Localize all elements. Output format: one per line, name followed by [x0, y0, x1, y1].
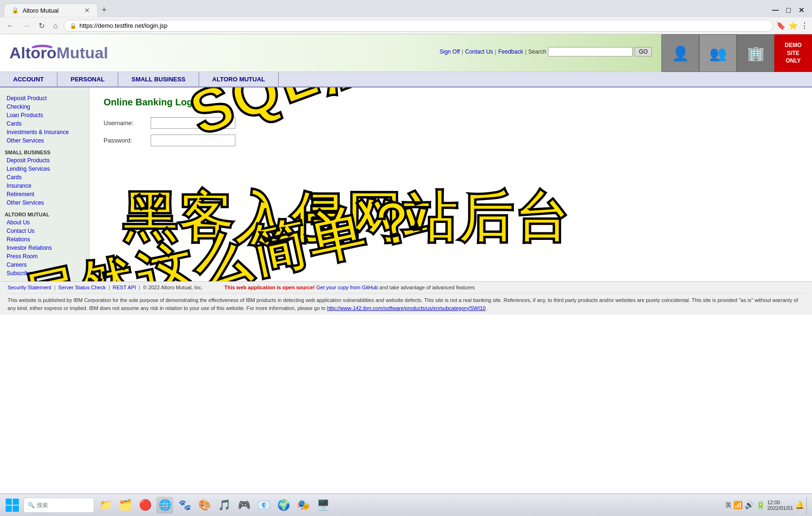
start-button[interactable]: [4, 497, 21, 514]
taskbar-icon-browser[interactable]: 🌐: [156, 497, 173, 514]
taskbar-icon-email[interactable]: 📧: [255, 497, 272, 514]
contact-link[interactable]: Contact Us: [465, 48, 493, 55]
browser-ext-1[interactable]: 🔖: [776, 21, 786, 30]
security-statement-link[interactable]: Security Statement: [8, 285, 51, 290]
taskbar-icon-app3[interactable]: 🎮: [235, 497, 252, 514]
sidebar-link-press[interactable]: Press Room: [0, 252, 89, 261]
demo-badge: DEMO SITE ONLY: [774, 34, 812, 72]
taskbar-icon-ps[interactable]: 🎨: [196, 497, 213, 514]
taskbar-search-input[interactable]: [37, 502, 84, 508]
taskbar-icon-explorer[interactable]: 📁: [97, 497, 114, 514]
svg-rect-1: [13, 499, 19, 505]
main-nav: ACCOUNT PERSONAL SMALL BUSINESS ALTORO M…: [0, 72, 812, 87]
sidebar-altoro-header: ALTORO MUTUAL: [0, 210, 89, 218]
sidebar-business-header: SMALL BUSINESS: [0, 148, 89, 156]
feedback-link[interactable]: Feedback: [498, 48, 523, 55]
banner-image-1: 👤: [661, 34, 699, 72]
forward-button[interactable]: →: [20, 20, 33, 32]
taskbar-network-icon[interactable]: 📶: [733, 500, 743, 509]
taskbar-icon-browser2[interactable]: 🌍: [275, 497, 292, 514]
search-label: Search: [528, 48, 546, 55]
browser-chrome: 🔒 Altoro Mutual ✕ + ─ □ ✕ ← → ↻ ⌂ 🔒 🔖 ⭐ …: [0, 0, 812, 34]
taskbar-icon-app4[interactable]: 🎭: [295, 497, 312, 514]
sidebar-link-about[interactable]: About Us: [0, 218, 89, 227]
address-input-wrap[interactable]: 🔒: [64, 20, 773, 32]
username-input[interactable]: [151, 117, 235, 129]
taskbar-search-box[interactable]: 🔍: [24, 498, 94, 513]
nav-item-account[interactable]: ACCOUNT: [0, 72, 57, 87]
content-area: Deposit Product Checking Loan Products C…: [0, 87, 812, 281]
new-tab-button[interactable]: +: [98, 3, 111, 17]
taskbar-icon-tiktok[interactable]: 🎵: [216, 497, 233, 514]
separator-1: |: [462, 48, 463, 55]
tab-title: Altoro Mutual: [23, 7, 80, 14]
restore-icon[interactable]: □: [782, 4, 795, 16]
sidebar: Deposit Product Checking Loan Products C…: [0, 87, 89, 281]
address-bar: ← → ↻ ⌂ 🔒 🔖 ⭐ ⋮: [0, 17, 812, 34]
taskbar: 🔍 📁 🗂️ 🔴 🌐 🐾 🎨 🎵 🎮 📧 🌍 🎭 🖥️ 英 📶 🔊 🔋 12:0…: [0, 493, 812, 516]
back-button[interactable]: ←: [4, 20, 17, 32]
sidebar-link-relations[interactable]: Relations: [0, 235, 89, 244]
nav-item-altoro[interactable]: ALTORO MUTUAL: [199, 72, 279, 87]
sidebar-link-investments[interactable]: Investments & Insurance: [0, 128, 89, 136]
footer-disclaimer: This website is published by IBM Corpora…: [8, 293, 804, 312]
sidebar-link-biz-other[interactable]: Other Services: [0, 198, 89, 207]
sidebar-link-loan[interactable]: Loan Products: [0, 111, 89, 119]
footer-links-row: Security Statement | Server Status Check…: [8, 285, 804, 290]
taskbar-icon-files[interactable]: 🗂️: [117, 497, 134, 514]
taskbar-sound-icon[interactable]: 🔊: [745, 500, 754, 509]
sidebar-link-biz-cards[interactable]: Cards: [0, 173, 89, 182]
browser-ext-2[interactable]: ⭐: [788, 21, 798, 30]
taskbar-right: 英 📶 🔊 🔋 12:002022/01/01 🔔: [725, 497, 808, 514]
password-label: Password:: [104, 137, 151, 144]
username-row: Username:: [104, 117, 798, 129]
sidebar-link-biz-retirement[interactable]: Retirement: [0, 190, 89, 198]
sidebar-link-deposit[interactable]: Deposit Product: [0, 94, 89, 103]
sidebar-link-other-services-personal[interactable]: Other Services: [0, 136, 89, 145]
taskbar-icon-app5[interactable]: 🖥️: [314, 497, 331, 514]
sidebar-link-biz-lending[interactable]: Lending Services: [0, 165, 89, 173]
sidebar-link-subscribe[interactable]: Subscribe: [0, 269, 89, 278]
sidebar-link-investor[interactable]: Investor Relations: [0, 244, 89, 252]
taskbar-show-desktop[interactable]: [806, 497, 808, 514]
signoff-link[interactable]: Sign Off: [440, 48, 460, 55]
taskbar-search-icon: 🔍: [28, 502, 35, 508]
go-button[interactable]: GO: [635, 47, 652, 56]
login-form: Username: Password:: [104, 117, 798, 146]
taskbar-lang[interactable]: 英: [725, 501, 732, 509]
taskbar-notification[interactable]: 🔔: [795, 500, 804, 509]
sidebar-link-contact[interactable]: Contact Us: [0, 227, 89, 235]
rest-api-link[interactable]: REST API: [113, 285, 136, 290]
password-row: Password:: [104, 135, 798, 146]
browser-ext-3[interactable]: ⋮: [801, 21, 808, 30]
sidebar-link-cards[interactable]: Cards: [0, 119, 89, 128]
logo-mutual: Mutual: [56, 44, 108, 62]
sidebar-link-checking[interactable]: Checking: [0, 103, 89, 111]
sidebar-link-careers[interactable]: Careers: [0, 261, 89, 269]
reload-button[interactable]: ↻: [36, 19, 48, 32]
password-input[interactable]: [151, 135, 235, 146]
open-source-text: This web application is open source!: [224, 285, 315, 290]
active-tab[interactable]: 🔒 Altoro Mutual ✕: [4, 3, 98, 17]
github-link[interactable]: Get your copy from GitHub: [316, 285, 378, 290]
nav-item-small-business[interactable]: SMALL BUSINESS: [118, 72, 199, 87]
home-button[interactable]: ⌂: [50, 20, 61, 32]
taskbar-battery-icon[interactable]: 🔋: [756, 500, 765, 509]
server-status-link[interactable]: Server Status Check: [58, 285, 106, 290]
disclaimer-link[interactable]: http://www-142.ibm.com/software/products…: [327, 305, 486, 311]
sidebar-link-biz-insurance[interactable]: Insurance: [0, 182, 89, 190]
address-input[interactable]: [80, 22, 767, 29]
footer: Security Statement | Server Status Check…: [0, 281, 812, 315]
nav-item-personal[interactable]: PERSONAL: [57, 72, 118, 87]
taskbar-icon-app1[interactable]: 🔴: [137, 497, 153, 514]
page: AltoroMutual Sign Off | Contact Us | Fee…: [0, 34, 812, 315]
taskbar-icon-app2[interactable]: 🐾: [176, 497, 193, 514]
minimize-icon[interactable]: ─: [768, 3, 782, 17]
tab-bar: 🔒 Altoro Mutual ✕ + ─ □ ✕: [0, 0, 812, 17]
tab-close-icon[interactable]: ✕: [84, 7, 90, 14]
close-window-icon[interactable]: ✕: [795, 4, 808, 16]
site-header: AltoroMutual Sign Off | Contact Us | Fee…: [0, 34, 812, 72]
search-input[interactable]: [548, 47, 633, 56]
sidebar-link-biz-deposit[interactable]: Deposit Products: [0, 156, 89, 165]
username-label: Username:: [104, 119, 151, 127]
